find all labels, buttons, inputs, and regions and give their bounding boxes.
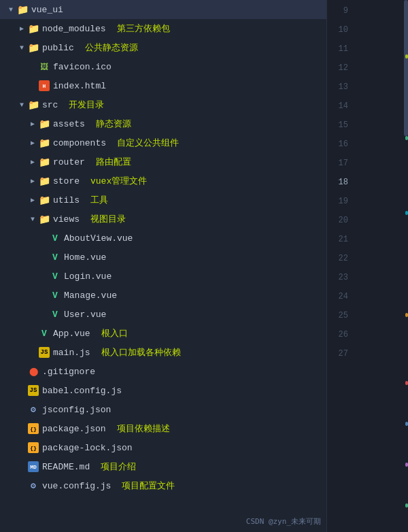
folder-icon: 📁: [39, 118, 50, 130]
tree-item-jsconfig[interactable]: ⚙ jsconfig.json: [0, 400, 326, 419]
tree-item-src[interactable]: ▼ 📁 src 开发目录: [0, 95, 326, 114]
indicator-pink: [405, 463, 408, 467]
vue-icon: V: [41, 329, 47, 339]
filename: node_modules: [42, 24, 106, 34]
filename: jsconfig.json: [42, 405, 111, 415]
item-comment: 工具: [90, 194, 108, 206]
img-icon: 🖼: [40, 62, 48, 72]
json-icon: {}: [28, 423, 39, 434]
filename: User.vue: [64, 310, 106, 320]
line-number-25: 25: [339, 306, 348, 325]
indicator-yellow: [405, 54, 408, 59]
side-indicators: [405, 0, 408, 532]
line-numbers: 9101112131415161718192021222324252627: [326, 0, 354, 532]
filename: vue.config.js: [42, 481, 111, 491]
js-icon: JS: [28, 385, 39, 396]
arrow-icon: ▼: [5, 6, 16, 14]
arrow-icon: ▶: [27, 177, 38, 185]
item-comment: 视图目录: [90, 213, 126, 225]
filename: views: [53, 214, 80, 225]
item-comment: 项目介绍: [101, 461, 136, 473]
tree-item-package[interactable]: {} package.json 项目依赖描述: [0, 419, 326, 438]
file-type-icon: 📁: [38, 213, 50, 225]
tree-item-gitignore[interactable]: ⬤ .gitignore: [0, 362, 326, 381]
file-type-icon: {}: [27, 422, 39, 435]
html-icon: H: [39, 80, 50, 91]
tree-item-mainjs[interactable]: JS main.js 根入口加载各种依赖: [0, 343, 326, 362]
indicator-orange: [405, 313, 408, 317]
filename: public: [42, 43, 74, 53]
line-number-24: 24: [339, 287, 348, 306]
tree-item-appvue[interactable]: V App.vue 根入口: [0, 324, 326, 343]
tree-item-readme[interactable]: MD README.md 项目介绍: [0, 457, 326, 476]
file-type-icon: 📁: [38, 156, 50, 168]
indicator-blue: [405, 422, 408, 426]
tree-item-node_modules[interactable]: ▶ 📁 node_modules 第三方依赖包: [0, 19, 326, 38]
watermark: CSDN @zyn_未来可期: [246, 516, 321, 527]
filename: AboutView.vue: [64, 233, 133, 244]
file-type-icon: 📁: [38, 175, 50, 187]
line-number-13: 13: [339, 78, 348, 97]
item-comment: 第三方依赖包: [117, 22, 170, 35]
tree-item-packagelock[interactable]: {} package-lock.json: [0, 438, 326, 457]
tree-item-components[interactable]: ▶ 📁 components 自定义公共组件: [0, 133, 326, 152]
json-icon: {}: [28, 442, 39, 453]
arrow-icon: ▶: [27, 120, 38, 128]
filename: babel.config.js: [42, 386, 122, 396]
tree-item-manage[interactable]: V Manage.vue: [0, 286, 326, 305]
tree-item-home[interactable]: V Home.vue: [0, 248, 326, 267]
line-number-19: 19: [339, 192, 348, 211]
filename: Manage.vue: [64, 290, 117, 301]
tree-item-babelconfig[interactable]: JS babel.config.js: [0, 381, 326, 400]
folder-icon: 📁: [28, 99, 39, 111]
line-number-10: 10: [339, 20, 348, 39]
config-icon: ⚙: [31, 480, 36, 491]
tree-item-aboutview[interactable]: V AboutView.vue: [0, 229, 326, 248]
file-type-icon: 📁: [27, 41, 39, 54]
line-number-27: 27: [339, 344, 348, 363]
vue-icon: V: [52, 271, 58, 282]
file-type-icon: H: [38, 80, 50, 92]
line-number-26: 26: [339, 325, 348, 344]
tree-item-utils[interactable]: ▶ 📁 utils 工具: [0, 190, 326, 210]
tree-item-user[interactable]: V User.vue: [0, 305, 326, 324]
filename: store: [53, 176, 80, 186]
filename: favicon.ico: [53, 62, 112, 72]
git-icon: ⬤: [29, 367, 38, 377]
indicator-red: [405, 381, 408, 385]
vue-icon: V: [52, 290, 58, 301]
arrow-icon: ▶: [27, 196, 38, 204]
line-number-14: 14: [339, 97, 348, 116]
tree-item-login[interactable]: V Login.vue: [0, 267, 326, 286]
tree-item-vue_ui[interactable]: ▼ 📁 vue_ui: [0, 0, 326, 19]
file-type-icon: JS: [38, 346, 50, 359]
vue-icon: V: [52, 252, 58, 263]
filename: package-lock.json: [42, 443, 133, 453]
file-type-icon: JS: [27, 384, 39, 397]
tree-item-public[interactable]: ▼ 📁 public 公共静态资源: [0, 38, 326, 57]
tree-item-vueconfig[interactable]: ⚙ vue.config.js 项目配置文件: [0, 476, 326, 495]
tree-item-index_html[interactable]: H index.html: [0, 76, 326, 95]
filename: Login.vue: [64, 271, 112, 282]
filename: README.md: [42, 462, 90, 472]
file-type-icon: MD: [27, 461, 39, 473]
md-icon: MD: [28, 461, 39, 472]
file-type-icon: {}: [27, 442, 39, 454]
line-number-23: 23: [339, 268, 348, 287]
tree-item-views[interactable]: ▼ 📁 views 视图目录: [0, 210, 326, 229]
line-number-11: 11: [339, 39, 348, 59]
item-comment: 静态资源: [96, 118, 131, 130]
filename: assets: [53, 119, 85, 129]
filename: components: [53, 138, 106, 148]
tree-item-favicon[interactable]: 🖼 favicon.ico: [0, 57, 326, 76]
tree-item-router[interactable]: ▶ 📁 router 路由配置: [0, 152, 326, 171]
vue-icon: V: [52, 310, 58, 320]
filename: App.vue: [53, 329, 90, 339]
tree-item-assets[interactable]: ▶ 📁 assets 静态资源: [0, 114, 326, 133]
file-type-icon: ⚙: [27, 403, 39, 416]
folder-icon: 📁: [39, 137, 50, 149]
folder-icon: 📁: [39, 214, 50, 225]
line-number-22: 22: [339, 249, 348, 268]
tree-item-store[interactable]: ▶ 📁 store vuex管理文件: [0, 171, 326, 190]
item-comment: 项目依赖描述: [117, 422, 170, 435]
